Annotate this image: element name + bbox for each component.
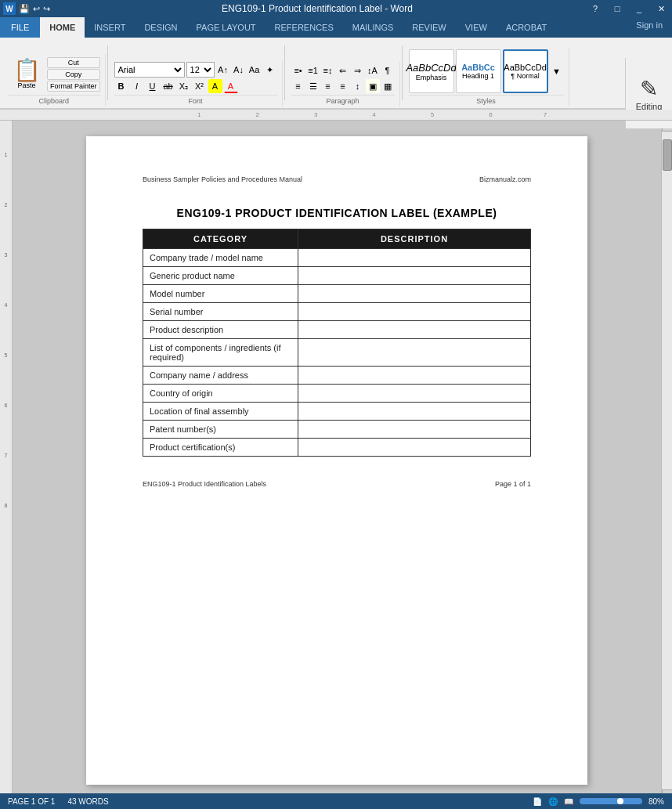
sort-button[interactable]: ↕A <box>366 63 380 78</box>
zoom-slider[interactable] <box>580 798 642 800</box>
styles-scroll-down[interactable]: ▼ <box>550 49 564 93</box>
style-heading1[interactable]: AaBbCc Heading 1 <box>456 49 501 93</box>
document-scroll-area[interactable]: Business Sampler Policies and Procedures… <box>13 121 661 800</box>
description-cell[interactable] <box>298 439 531 457</box>
minimize-button[interactable]: _ <box>628 0 650 17</box>
scroll-thumb[interactable] <box>663 139 672 171</box>
clipboard-secondary: Cut Copy Format Painter <box>47 57 100 92</box>
align-right-button[interactable]: ≡ <box>321 79 335 93</box>
description-cell[interactable] <box>298 321 531 339</box>
category-cell[interactable]: Country of origin <box>143 385 298 403</box>
increase-indent-button[interactable]: ⇒ <box>351 63 365 78</box>
show-marks-button[interactable]: ¶ <box>381 63 395 78</box>
description-cell[interactable] <box>298 285 531 303</box>
subscript-button[interactable]: X₂ <box>177 79 191 93</box>
multilevel-button[interactable]: ≡↕ <box>321 63 335 78</box>
tab-acrobat[interactable]: ACROBAT <box>497 17 556 38</box>
tab-review[interactable]: REVIEW <box>403 17 455 38</box>
category-cell[interactable]: Product description <box>143 321 298 339</box>
change-case-button[interactable]: Aa <box>247 63 262 77</box>
line-spacing-button[interactable]: ↕ <box>351 79 365 93</box>
heading1-preview: AaBbCc <box>461 63 495 72</box>
paste-button[interactable]: 📋 Paste <box>8 56 45 93</box>
border-button[interactable]: ▦ <box>381 79 395 93</box>
zoom-thumb[interactable] <box>617 798 623 800</box>
horizontal-ruler: 1 2 3 4 5 6 7 <box>0 110 672 121</box>
underline-button[interactable]: U <box>146 79 160 93</box>
tab-references[interactable]: REFERENCES <box>266 17 343 38</box>
redo-icon[interactable]: ↪ <box>43 4 50 14</box>
description-cell[interactable] <box>298 267 531 285</box>
align-left-button[interactable]: ≡ <box>291 79 305 93</box>
category-cell[interactable]: Product certification(s) <box>143 439 298 457</box>
style-normal[interactable]: AaBbCcDd ¶ Normal <box>503 49 548 93</box>
vertical-scrollbar[interactable]: ▲ ▼ <box>661 121 672 800</box>
description-cell[interactable] <box>298 421 531 439</box>
description-cell[interactable] <box>298 385 531 403</box>
category-cell[interactable]: Model number <box>143 285 298 303</box>
ribbon-tab-bar: FILE HOME INSERT DESIGN PAGE LAYOUT REFE… <box>0 17 672 38</box>
decrease-font-button[interactable]: A↓ <box>232 63 246 77</box>
align-center-button[interactable]: ☰ <box>306 79 320 93</box>
numbering-button[interactable]: ≡1 <box>306 63 320 78</box>
save-icon[interactable]: 💾 <box>19 4 30 14</box>
category-cell[interactable]: Generic product name <box>143 267 298 285</box>
text-highlight-button[interactable]: A <box>208 79 222 93</box>
tab-insert[interactable]: INSERT <box>85 17 135 38</box>
category-cell[interactable]: Company trade / model name <box>143 249 298 267</box>
help-button[interactable]: ? <box>584 0 606 17</box>
copy-button[interactable]: Copy <box>47 69 100 80</box>
category-cell[interactable]: List of components / ingredients (if req… <box>143 339 298 367</box>
tab-view[interactable]: VIEW <box>456 17 497 38</box>
description-cell[interactable] <box>298 339 531 367</box>
heading1-label: Heading 1 <box>462 72 494 80</box>
restore-button[interactable]: □ <box>606 0 628 17</box>
description-cell[interactable] <box>298 303 531 321</box>
description-cell[interactable] <box>298 249 531 267</box>
scroll-track[interactable] <box>662 132 672 789</box>
style-emphasis[interactable]: AaBbCcDd Emphasis <box>409 49 454 93</box>
bold-button[interactable]: B <box>114 79 128 93</box>
view-print-icon[interactable]: 📄 <box>533 797 542 801</box>
italic-button[interactable]: I <box>130 79 144 93</box>
undo-icon[interactable]: ↩ <box>33 4 40 14</box>
bullets-button[interactable]: ≡• <box>291 63 305 78</box>
justify-button[interactable]: ≡ <box>336 79 350 93</box>
sign-in-link[interactable]: Sign in <box>627 17 672 38</box>
table-row: Country of origin <box>143 385 531 403</box>
category-cell[interactable]: Location of final assembly <box>143 403 298 421</box>
description-cell[interactable] <box>298 403 531 421</box>
font-family-select[interactable]: Arial <box>114 62 185 78</box>
category-header: CATEGORY <box>143 229 298 249</box>
description-header: DESCRIPTION <box>298 229 531 249</box>
font-size-select[interactable]: 12 <box>186 62 215 78</box>
increase-font-button[interactable]: A↑ <box>216 63 230 77</box>
tab-home[interactable]: HOME <box>40 17 85 38</box>
window-controls[interactable]: ? □ _ ✕ <box>584 0 672 17</box>
decrease-indent-button[interactable]: ⇐ <box>336 63 350 78</box>
cut-button[interactable]: Cut <box>47 57 100 68</box>
strikethrough-button[interactable]: ab <box>161 79 175 93</box>
category-cell[interactable]: Company name / address <box>143 367 298 385</box>
divider-2 <box>284 45 285 100</box>
clear-format-button[interactable]: ✦ <box>263 63 277 77</box>
window-title: ENG109-1 Product Identification Label - … <box>50 3 584 14</box>
view-web-icon[interactable]: 🌐 <box>548 797 558 801</box>
shading-button[interactable]: ▣ <box>366 79 380 93</box>
tab-mailings[interactable]: MAILINGS <box>343 17 403 38</box>
styles-gallery: AaBbCcDd Emphasis AaBbCc Heading 1 AaBbC… <box>409 49 564 93</box>
close-button[interactable]: ✕ <box>650 0 672 17</box>
tab-page-layout[interactable]: PAGE LAYOUT <box>187 17 266 38</box>
document-title: ENG109-1 PRODUCT IDENTIFICATION LABEL (E… <box>143 207 531 219</box>
tab-design[interactable]: DESIGN <box>135 17 186 38</box>
view-read-icon[interactable]: 📖 <box>564 797 573 801</box>
category-cell[interactable]: Serial number <box>143 303 298 321</box>
superscript-button[interactable]: X² <box>193 79 207 93</box>
title-bar: W 💾 ↩ ↪ ENG109-1 Product Identification … <box>0 0 672 17</box>
description-cell[interactable] <box>298 367 531 385</box>
font-color-button[interactable]: A <box>224 79 238 93</box>
tab-file[interactable]: FILE <box>0 17 40 38</box>
table-row: List of components / ingredients (if req… <box>143 339 531 367</box>
format-painter-button[interactable]: Format Painter <box>47 81 100 92</box>
category-cell[interactable]: Patent number(s) <box>143 421 298 439</box>
